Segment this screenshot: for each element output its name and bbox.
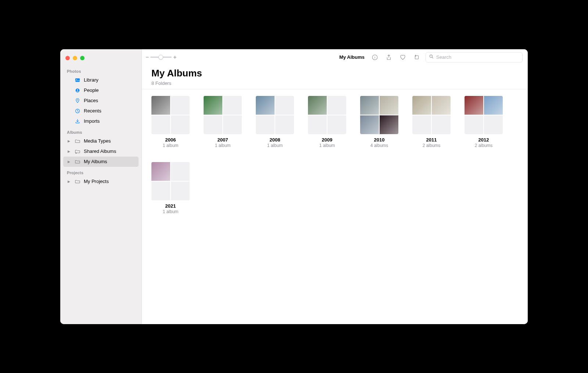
album-name: 2010 [374,137,385,143]
zoom-out-button[interactable]: − [146,54,149,61]
zoom-slider[interactable] [150,57,172,58]
sidebar-item-my-albums[interactable]: ▶ My Albums [63,157,139,167]
people-icon [74,87,81,94]
content-area: My Albums 8 Folders 20061 album20071 alb… [142,65,528,214]
chevron-right-icon[interactable]: ▶ [68,150,71,153]
album-count: 4 albums [370,143,388,148]
svg-point-6 [76,153,77,154]
svg-point-11 [430,55,432,57]
close-window-button[interactable] [65,56,70,60]
photos-window: Photos Library People Places [60,49,528,324]
sidebar-section-photos: Photos [60,65,141,75]
rotate-button[interactable] [412,52,422,62]
favorite-button[interactable] [398,52,408,62]
album-grid: 20061 album20071 album20081 album20091 a… [142,96,528,214]
folder-icon [74,158,81,165]
search-icon [429,54,434,61]
sidebar-item-label: Media Types [84,138,111,144]
album-name: 2008 [270,137,280,143]
sidebar-section-albums: Albums [60,126,141,136]
album-name: 2021 [165,203,176,209]
album-count: 1 album [163,209,179,214]
album-thumbnail [360,96,398,134]
svg-point-3 [77,89,78,90]
library-icon [74,77,81,83]
toolbar-title: My Albums [339,54,366,60]
album-count: 2 albums [475,143,493,148]
chevron-right-icon[interactable]: ▶ [68,160,71,164]
fullscreen-window-button[interactable] [80,56,85,60]
svg-point-9 [374,56,375,56]
sidebar-item-recents[interactable]: Recents [63,106,139,116]
album-folder[interactable]: 20104 albums [360,96,398,148]
info-button[interactable] [370,52,380,62]
sidebar-item-my-projects[interactable]: ▶ My Projects [63,176,139,187]
sidebar-item-label: My Projects [84,179,109,184]
sidebar: Photos Library People Places [60,49,142,324]
album-folder[interactable]: 20061 album [151,96,190,148]
zoom-slider-knob[interactable] [158,55,163,60]
svg-rect-0 [75,78,80,82]
main-content: − + My Albums [142,49,528,324]
sidebar-item-imports[interactable]: Imports [63,116,139,126]
zoom-controls: − + [146,54,177,61]
sidebar-item-label: Library [84,77,98,83]
sidebar-item-people[interactable]: People [63,85,139,96]
album-folder[interactable]: 20081 album [256,96,294,148]
sidebar-item-label: Imports [84,118,100,124]
search-field[interactable] [426,52,523,62]
album-name: 2006 [165,137,176,143]
album-thumbnail [465,96,503,134]
sidebar-item-label: Places [84,98,98,103]
sidebar-item-label: Shared Albums [84,148,116,154]
sidebar-item-label: My Albums [84,159,107,164]
album-count: 1 album [163,143,179,148]
places-icon [74,97,81,104]
sidebar-section-projects: Projects [60,167,141,176]
album-thumbnail [308,96,346,134]
shared-folder-icon [74,148,81,155]
search-input[interactable] [436,54,519,60]
album-count: 1 album [215,143,231,148]
sidebar-item-label: People [84,87,98,93]
chevron-right-icon[interactable]: ▶ [68,139,71,143]
album-thumbnail [412,96,451,134]
album-thumbnail [151,96,190,134]
svg-line-12 [432,57,433,58]
sidebar-item-library[interactable]: Library [63,75,139,85]
imports-icon [74,118,81,125]
sidebar-item-label: Recents [84,108,101,114]
window-controls [60,53,141,65]
album-name: 2007 [218,137,228,143]
share-button[interactable] [384,52,394,62]
album-folder[interactable]: 20071 album [204,96,242,148]
page-subtitle: 8 Folders [142,80,528,89]
folder-icon [74,178,81,185]
album-name: 2009 [322,137,333,143]
album-folder[interactable]: 20122 albums [465,96,503,148]
sidebar-item-places[interactable]: Places [63,96,139,106]
album-count: 2 albums [423,143,441,148]
sidebar-item-media-types[interactable]: ▶ Media Types [63,136,139,146]
album-count: 1 album [267,143,283,148]
album-name: 2011 [426,137,437,143]
sidebar-item-shared-albums[interactable]: ▶ Shared Albums [63,146,139,157]
svg-point-4 [77,99,78,100]
folder-icon [74,138,81,144]
minimize-window-button[interactable] [73,56,77,60]
chevron-right-icon[interactable]: ▶ [68,180,71,183]
page-title: My Albums [142,67,528,80]
zoom-in-button[interactable]: + [173,54,176,61]
album-thumbnail [256,96,294,134]
toolbar: − + My Albums [142,49,528,65]
album-count: 1 album [319,143,335,148]
album-folder[interactable]: 20211 album [151,162,190,214]
album-folder[interactable]: 20091 album [308,96,346,148]
album-folder[interactable]: 20112 albums [412,96,451,148]
album-name: 2012 [478,137,489,143]
album-thumbnail [151,162,190,200]
recents-icon [74,108,81,114]
album-thumbnail [204,96,242,134]
